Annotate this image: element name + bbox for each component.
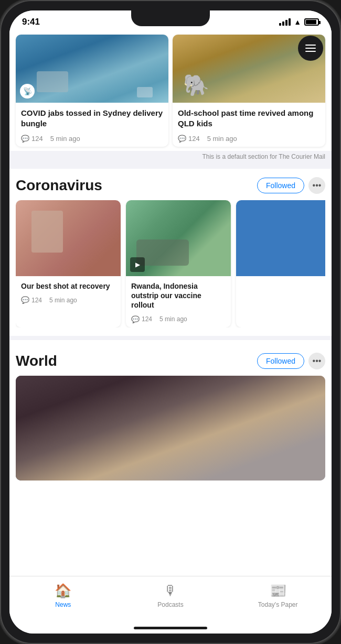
phone-frame: 9:41 ▲	[0, 0, 341, 644]
vaccine-image	[16, 200, 121, 276]
card-1-comment-count: 124	[31, 135, 43, 143]
hamburger-icon	[305, 45, 316, 52]
article-2-meta: 💬 124 5 min ago	[131, 315, 226, 323]
article-2-time: 5 min ago	[159, 315, 187, 323]
video-badge: ▶	[130, 257, 145, 272]
coronavirus-section-actions: Followed •••	[257, 177, 325, 194]
aerial-image	[16, 35, 168, 103]
card-1-meta: 💬 124 5 min ago	[21, 135, 163, 143]
coronavirus-section-title: Coronavirus	[16, 177, 102, 194]
world-main-image[interactable]	[16, 376, 325, 481]
article-3-image	[236, 200, 325, 276]
top-card-1[interactable]: 📡 COVID jabs tossed in Sydney delivery b…	[16, 35, 168, 147]
article-1-body: Our best shot at recovery 💬 124 5 min ag…	[16, 276, 121, 308]
main-content: 📡 COVID jabs tossed in Sydney delivery b…	[9, 30, 332, 596]
coronavirus-articles: Our best shot at recovery 💬 124 5 min ag…	[16, 200, 325, 328]
phone-screen: 9:41 ▲	[9, 10, 332, 634]
comment-icon-a1: 💬	[21, 296, 29, 304]
nav-label-news: News	[55, 601, 71, 608]
coronavirus-section-header: Coronavirus Followed •••	[16, 169, 325, 200]
home-icon: 🏠	[55, 583, 71, 599]
article-2-count: 124	[142, 315, 152, 323]
signal-bars-icon	[279, 18, 291, 26]
status-time: 9:41	[22, 17, 40, 27]
coronavirus-followed-button[interactable]: Followed	[257, 178, 304, 193]
nav-item-podcasts[interactable]: 🎙 Podcasts	[117, 583, 225, 608]
article-3-body	[236, 276, 325, 286]
article-1-image	[16, 200, 121, 276]
bottom-navigation: 🏠 News 🎙 Podcasts 📰 Today's Paper	[9, 576, 332, 634]
nav-item-todays-paper[interactable]: 📰 Today's Paper	[224, 583, 332, 608]
menu-button[interactable]	[298, 36, 323, 61]
world-section-header: World Followed •••	[16, 344, 325, 376]
world-section-actions: Followed •••	[257, 353, 325, 369]
paper-icon: 📰	[270, 583, 286, 599]
article-1-title: Our best shot at recovery	[21, 281, 115, 291]
article-1-comments: 💬 124	[21, 296, 42, 304]
article-2-image: ▶	[126, 200, 231, 276]
nav-label-todays-paper: Today's Paper	[258, 601, 298, 608]
article-1-count: 124	[31, 297, 42, 304]
coronavirus-article-1[interactable]: Our best shot at recovery 💬 124 5 min ag…	[16, 200, 121, 328]
card-1-title: COVID jabs tossed in Sydney delivery bun…	[21, 108, 163, 128]
status-icons: ▲	[279, 18, 319, 26]
card-1-comments: 💬 124	[21, 135, 43, 143]
podcast-badge: 📡	[20, 84, 35, 99]
world-followed-button[interactable]: Followed	[257, 353, 304, 369]
blue-card-image	[236, 200, 325, 276]
notch	[131, 10, 210, 26]
card-1-body: COVID jabs tossed in Sydney delivery bun…	[16, 103, 168, 147]
nav-label-podcasts: Podcasts	[157, 601, 183, 608]
coronavirus-more-button[interactable]: •••	[308, 177, 325, 194]
nav-item-news[interactable]: 🏠 News	[9, 583, 117, 608]
article-2-body: Rwanda, Indonesia outstrip our vaccine r…	[126, 276, 231, 328]
coronavirus-article-3[interactable]	[236, 200, 325, 328]
play-icon: ▶	[135, 261, 140, 268]
card-2-title: Old-school past time revived among QLD k…	[178, 108, 320, 128]
article-2-comments: 💬 124	[131, 315, 152, 323]
wifi-icon: ▲	[294, 18, 301, 26]
card-2-comments: 💬 124	[178, 135, 200, 143]
comment-icon: 💬	[21, 135, 29, 143]
world-section-title: World	[16, 353, 57, 369]
battery-icon	[304, 18, 319, 26]
comment-icon-2: 💬	[178, 135, 186, 143]
article-2-title: Rwanda, Indonesia outstrip our vaccine r…	[131, 281, 226, 310]
world-section: World Followed •••	[9, 344, 332, 481]
world-more-button[interactable]: •••	[308, 353, 325, 369]
article-1-meta: 💬 124 5 min ago	[21, 296, 115, 304]
card-2-meta: 💬 124 5 min ago	[178, 135, 320, 143]
coronavirus-section: Coronavirus Followed ••• Our best sh	[9, 169, 332, 336]
article-1-time: 5 min ago	[49, 297, 77, 304]
podcast-icon: 📡	[23, 87, 32, 95]
comment-icon-a2: 💬	[131, 315, 140, 323]
podcast-nav-icon: 🎙	[164, 583, 177, 599]
divider-2	[9, 336, 332, 340]
card-1-time: 5 min ago	[50, 135, 80, 143]
divider-1	[9, 165, 332, 169]
card-2-body: Old-school past time revived among QLD k…	[173, 103, 325, 147]
top-news-cards: 📡 COVID jabs tossed in Sydney delivery b…	[9, 30, 332, 151]
default-section-note: This is a default section for The Courie…	[9, 151, 332, 165]
home-indicator	[134, 627, 207, 629]
coronavirus-article-2[interactable]: ▶ Rwanda, Indonesia outstrip our vaccine…	[126, 200, 231, 328]
card-1-image: 📡	[16, 35, 168, 103]
card-2-time: 5 min ago	[207, 135, 237, 143]
card-2-comment-count: 124	[188, 135, 200, 143]
